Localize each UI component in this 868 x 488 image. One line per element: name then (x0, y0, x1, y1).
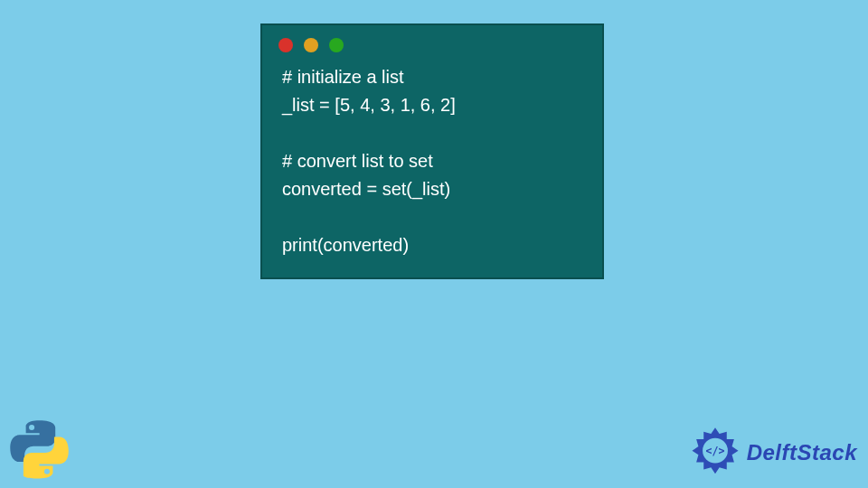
window-title-bar (262, 25, 602, 61)
code-body: # initialize a list _list = [5, 4, 3, 1,… (262, 61, 602, 265)
delftstack-logo: </> DelftStack (689, 427, 857, 479)
svg-text:</>: </> (705, 445, 724, 457)
minimize-icon (304, 38, 318, 52)
delftstack-brand-text: DelftStack (747, 440, 857, 465)
maximize-icon (329, 38, 344, 52)
delftstack-mark-icon: </> (689, 427, 741, 479)
python-logo-icon (7, 418, 72, 483)
close-icon (278, 38, 293, 52)
code-window: # initialize a list _list = [5, 4, 3, 1,… (260, 23, 604, 279)
